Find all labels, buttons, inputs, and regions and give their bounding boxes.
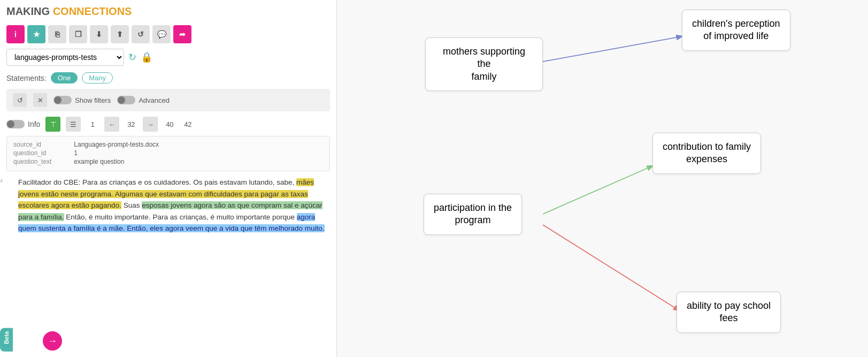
quote-container: “ Facilitador do CBE: Para as crianças e… — [6, 177, 330, 234]
meta-question-text: question_text example question — [13, 158, 323, 165]
copy2-button[interactable]: ❐ — [69, 25, 87, 43]
show-filters-track — [53, 96, 72, 104]
meta-question-id: question_id 1 — [13, 149, 323, 157]
quote-mid: Suas — [121, 201, 142, 209]
svg-line-2 — [543, 225, 679, 310]
logo-making: MAKING — [6, 5, 50, 17]
many-button[interactable]: Many — [82, 72, 113, 83]
svg-line-0 — [543, 36, 682, 62]
lock-icon: 🔒 — [141, 51, 152, 63]
beta-badge: Beta — [0, 328, 13, 352]
info-label: Info — [28, 120, 40, 128]
quote-icon: “ — [0, 177, 3, 191]
nav-current: 1 — [86, 120, 99, 128]
nav-prev-button[interactable]: ← — [104, 117, 119, 132]
info-button[interactable]: i — [6, 25, 25, 43]
show-filters-thumb — [54, 96, 62, 104]
download-button[interactable]: ⬇ — [90, 25, 108, 43]
list-view-button[interactable]: ☰ — [66, 117, 81, 132]
filter-clear-button[interactable]: ✕ — [33, 93, 47, 107]
node-participation[interactable]: participation in theprogram — [424, 194, 522, 235]
meta-box: source_id Languages-prompt-tests.docx qu… — [6, 136, 330, 171]
nav-next-button[interactable]: → — [143, 117, 158, 132]
show-filters-label: Show filters — [75, 96, 111, 104]
node-mothers[interactable]: mothers supporting thefamily — [425, 37, 543, 91]
meta-question-id-val: 1 — [74, 149, 78, 157]
node-children[interactable]: children's perceptionof improved life — [682, 10, 790, 51]
svg-line-1 — [543, 166, 652, 214]
table-view-button[interactable]: ⊤ — [45, 117, 60, 132]
node-contribution-text: contribution to familyexpenses — [663, 141, 751, 164]
info-toggle[interactable]: Info — [6, 120, 40, 128]
nav-middle: 32 — [125, 120, 137, 128]
meta-source-id-val: Languages-prompt-tests.docx — [74, 141, 159, 148]
undo-button[interactable]: ↺ — [132, 25, 150, 43]
quote-after: Então, é muito importante. Para as crian… — [64, 213, 297, 221]
quote-before: Facilitador do CBE: Para as crianças e o… — [18, 178, 296, 186]
advanced-thumb — [118, 96, 125, 104]
info-row: Info ⊤ ☰ 1 ← 32 → 40 42 — [6, 117, 330, 132]
upload-button[interactable]: ⬆ — [111, 25, 129, 43]
node-ability-text: ability to pay schoolfees — [687, 300, 771, 323]
meta-question-text-key: question_text — [13, 158, 72, 165]
advanced-toggle[interactable]: Advanced — [117, 96, 170, 104]
dropdown-row: languages-prompts-tests ↻ 🔒 — [6, 49, 330, 66]
next-arrow-button[interactable]: → — [43, 331, 62, 351]
meta-source-id: source_id Languages-prompt-tests.docx — [13, 141, 323, 148]
filter-undo-button[interactable]: ↺ — [13, 93, 27, 107]
node-mothers-text: mothers supporting thefamily — [443, 46, 525, 82]
node-participation-text: participation in theprogram — [434, 202, 512, 225]
meta-question-text-val: example question — [74, 158, 124, 165]
meta-source-id-key: source_id — [13, 141, 72, 148]
node-children-text: children's perceptionof improved life — [692, 18, 780, 41]
nav-total: 42 — [181, 120, 194, 128]
quote-text: Facilitador do CBE: Para as crianças e o… — [16, 177, 330, 234]
advanced-track — [117, 96, 135, 104]
advanced-label: Advanced — [139, 96, 170, 104]
info-toggle-thumb — [7, 120, 14, 128]
node-contribution[interactable]: contribution to familyexpenses — [652, 133, 761, 174]
node-ability[interactable]: ability to pay schoolfees — [677, 292, 781, 333]
nav-end: 40 — [163, 120, 176, 128]
show-filters-toggle[interactable]: Show filters — [53, 96, 111, 104]
copy-button[interactable]: ⎘ — [48, 25, 66, 43]
left-panel: MAKING CONNECTIONS i ★ ⎘ ❐ ⬇ ⬆ ↺ 💬 ➦ lan… — [0, 0, 337, 357]
statements-label: Statements: — [6, 74, 47, 82]
toolbar: i ★ ⎘ ❐ ⬇ ⬆ ↺ 💬 ➦ — [6, 25, 330, 43]
concept-map: mothers supporting thefamily children's … — [337, 0, 868, 357]
info-toggle-track — [6, 120, 25, 128]
filter-row: ↺ ✕ Show filters Advanced — [6, 89, 330, 111]
one-button[interactable]: One — [51, 72, 78, 83]
logo: MAKING CONNECTIONS — [6, 5, 330, 20]
export-button[interactable]: ➦ — [173, 25, 191, 43]
project-dropdown[interactable]: languages-prompts-tests — [6, 49, 124, 66]
logo-connections: CONNECTIONS — [53, 5, 132, 17]
comment-button[interactable]: 💬 — [152, 25, 171, 43]
share-button[interactable]: ★ — [27, 25, 45, 43]
meta-question-id-key: question_id — [13, 149, 72, 157]
statements-row: Statements: One Many — [6, 72, 330, 83]
refresh-icon[interactable]: ↻ — [128, 51, 136, 63]
concept-map-svg — [337, 0, 868, 357]
